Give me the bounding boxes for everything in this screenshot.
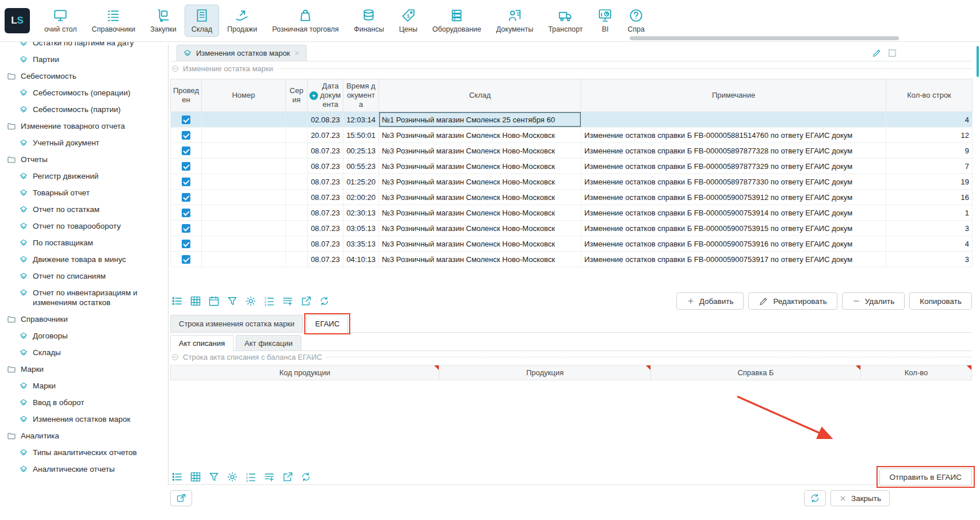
- column-header[interactable]: Время документа: [343, 79, 379, 112]
- column-header[interactable]: Справка Б: [651, 365, 861, 380]
- add-button[interactable]: Добавить: [676, 292, 744, 310]
- edit-button[interactable]: Редактировать: [748, 292, 837, 310]
- tab-close-icon[interactable]: [294, 50, 300, 56]
- nav-item-help[interactable]: Спра: [621, 5, 652, 37]
- column-header[interactable]: Номер: [202, 79, 286, 112]
- checkbox-checked[interactable]: [182, 147, 190, 155]
- nav-item-sales[interactable]: Продажи: [220, 5, 264, 37]
- add-row-icon[interactable]: [281, 294, 294, 308]
- table-row[interactable]: 20.07.2315:50:01№3 Розничный магазин Смо…: [171, 128, 973, 143]
- checkbox-checked[interactable]: [182, 115, 190, 124]
- toolbar-scrollbar[interactable]: [630, 36, 899, 40]
- tab-egais[interactable]: ЕГАИС: [307, 315, 348, 332]
- nav-item-desktop[interactable]: очий стол: [37, 5, 83, 37]
- checkbox-checked[interactable]: [182, 193, 190, 202]
- refresh-button[interactable]: [804, 490, 826, 506]
- column-header[interactable]: Продукция: [439, 365, 651, 380]
- refresh-icon[interactable]: [317, 294, 331, 308]
- sidebar-item-leaf[interactable]: Марки: [0, 378, 166, 394]
- sidebar-item-leaf[interactable]: Ввод в оборот: [0, 394, 166, 411]
- nav-item-prices[interactable]: $Цены: [392, 5, 424, 37]
- table-row[interactable]: 02.08.2312:03:14№1 Розничный магазин Смо…: [171, 112, 973, 128]
- copy-button[interactable]: Копировать: [909, 292, 972, 310]
- filter-icon[interactable]: [225, 294, 239, 308]
- table-row[interactable]: 08.07.2300:55:23№3 Розничный магазин Смо…: [171, 159, 973, 174]
- sidebar-item-folder[interactable]: Марки: [0, 361, 166, 378]
- table-row[interactable]: 08.07.2301:25:20№3 Розничный магазин Смо…: [171, 174, 973, 190]
- sort-desc-icon[interactable]: ▾: [309, 91, 318, 100]
- nav-item-equipment[interactable]: Оборудование: [426, 5, 488, 37]
- settings-gear-icon[interactable]: [225, 470, 239, 484]
- numbered-list-icon[interactable]: 123: [262, 294, 276, 308]
- nav-item-purchases[interactable]: Закупки: [143, 5, 183, 37]
- table-row[interactable]: 08.07.2302:00:20№3 Розничный магазин Смо…: [171, 190, 973, 205]
- close-button[interactable]: Закрыть: [830, 490, 890, 506]
- column-header[interactable]: Кол-во строк: [886, 79, 973, 112]
- add-row-icon[interactable]: [262, 470, 276, 484]
- filter-icon[interactable]: [207, 470, 221, 484]
- sidebar-item-leaf[interactable]: Изменения остатков марок: [0, 411, 166, 427]
- app-logo[interactable]: LS: [5, 8, 30, 33]
- sidebar-item-leaf[interactable]: По поставщикам: [0, 234, 166, 251]
- column-header[interactable]: Серия: [286, 79, 308, 112]
- sidebar-item-folder[interactable]: Справочники: [0, 311, 166, 328]
- calendar-icon[interactable]: [207, 294, 221, 308]
- sidebar-item-leaf[interactable]: Товарный отчет: [0, 184, 166, 201]
- sidebar-item-leaf[interactable]: Отчет по инвентаризациям и изменениям ос…: [0, 284, 166, 311]
- numbered-list-icon[interactable]: 123: [244, 470, 258, 484]
- bulleted-list-icon[interactable]: [170, 470, 184, 484]
- sidebar-item-leaf[interactable]: Себестоимость (операции): [0, 84, 166, 101]
- nav-item-transport[interactable]: Транспорт: [541, 5, 589, 37]
- tab-mark-row[interactable]: Строка изменения остатка марки: [170, 315, 303, 332]
- document-tab[interactable]: Изменения остатков марок: [177, 45, 307, 61]
- sidebar-item-folder[interactable]: Аналитика: [0, 427, 166, 444]
- nav-item-bi[interactable]: BI: [591, 5, 619, 37]
- refresh-icon[interactable]: [299, 470, 313, 484]
- nav-item-catalogs[interactable]: Справочники: [85, 5, 142, 37]
- collapse-icon[interactable]: [171, 353, 179, 361]
- grid-icon[interactable]: [189, 470, 202, 484]
- column-header[interactable]: Код продукции: [170, 365, 439, 380]
- table-row[interactable]: 08.07.2303:35:13№3 Розничный магазин Смо…: [171, 236, 973, 252]
- column-header[interactable]: Проведен: [171, 79, 202, 112]
- checkbox-checked[interactable]: [182, 255, 190, 264]
- edit-pencil-icon[interactable]: [872, 48, 882, 58]
- nav-item-documents[interactable]: Документы: [489, 5, 540, 37]
- export-icon[interactable]: [299, 294, 313, 308]
- sidebar-item-folder[interactable]: Отчеты: [0, 151, 166, 168]
- subtab-write-off-act[interactable]: Акт списания: [170, 335, 233, 350]
- sidebar-item-leaf[interactable]: Аналитические отчеты: [0, 461, 166, 477]
- subtab-fixation-act[interactable]: Акт фиксации: [236, 335, 301, 350]
- checkbox-checked[interactable]: [182, 131, 190, 140]
- open-form-button[interactable]: [170, 490, 192, 506]
- table-row[interactable]: 08.07.2300:25:13№3 Розничный магазин Смо…: [171, 143, 973, 159]
- sidebar-item-leaf[interactable]: Регистр движений: [0, 168, 166, 184]
- table-row[interactable]: 08.07.2302:30:13№3 Розничный магазин Смо…: [171, 205, 973, 221]
- settings-gear-icon[interactable]: [244, 294, 258, 308]
- vertical-scrollbar-thumb[interactable]: [977, 46, 979, 77]
- checkbox-checked[interactable]: [182, 224, 190, 233]
- sidebar-item-leaf[interactable]: Партии: [0, 51, 166, 68]
- send-to-egais-button[interactable]: Отправить в ЕГАИС: [879, 468, 972, 486]
- column-header[interactable]: Примечание: [581, 79, 886, 112]
- nav-item-retail[interactable]: Розничная торговля: [265, 5, 346, 37]
- sidebar-item-folder[interactable]: Изменение товарного отчета: [0, 118, 166, 134]
- fullscreen-icon[interactable]: [887, 48, 897, 58]
- grid-icon[interactable]: [189, 294, 202, 308]
- sidebar-item-leaf[interactable]: Отчет по товарообороту: [0, 218, 166, 234]
- checkbox-checked[interactable]: [182, 162, 190, 171]
- table-row[interactable]: 08.07.2304:10:13№3 Розничный магазин Смо…: [171, 252, 973, 267]
- sidebar-item-leaf[interactable]: Склады: [0, 344, 166, 361]
- checkbox-checked[interactable]: [182, 240, 190, 248]
- column-header[interactable]: ▾Дата документа: [308, 79, 343, 112]
- checkbox-checked[interactable]: [182, 178, 190, 186]
- sidebar-item-leaf[interactable]: Договоры: [0, 328, 166, 344]
- sidebar-item-leaf[interactable]: Движение товара в минус: [0, 251, 166, 268]
- sidebar-item-leaf[interactable]: Остатки по партиям на дату: [0, 42, 166, 51]
- sidebar-item-leaf[interactable]: Учетный документ: [0, 134, 166, 151]
- delete-button[interactable]: Удалить: [842, 292, 905, 310]
- export-icon[interactable]: [281, 470, 294, 484]
- nav-item-warehouse[interactable]: Склад: [185, 5, 219, 37]
- sidebar-item-leaf[interactable]: Типы аналитических отчетов: [0, 444, 166, 461]
- collapse-icon[interactable]: [171, 65, 179, 72]
